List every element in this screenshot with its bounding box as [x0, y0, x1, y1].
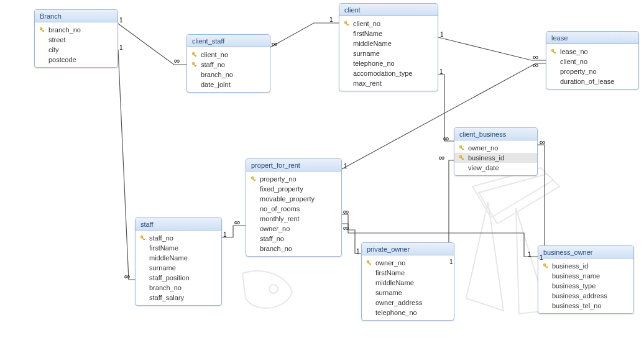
- column-row[interactable]: business_address: [538, 291, 633, 301]
- column-row[interactable]: property_no: [546, 66, 638, 76]
- column-row[interactable]: middleName: [136, 253, 221, 263]
- key-icon: [343, 21, 351, 27]
- column-row[interactable]: owner_no: [246, 224, 341, 234]
- column-name: surname: [149, 263, 176, 272]
- column-row[interactable]: property_no: [246, 174, 341, 184]
- column-row[interactable]: middleName: [362, 278, 454, 288]
- column-name: business_id: [468, 153, 504, 162]
- cardinality-many: ∞: [174, 58, 180, 64]
- column-row[interactable]: client_no: [546, 57, 638, 66]
- column-row[interactable]: surname: [136, 263, 221, 273]
- column-name: branch_no: [48, 25, 81, 34]
- entity-private_owner[interactable]: private_ownerowner_nofirstNamemiddleName…: [361, 242, 454, 321]
- column-row[interactable]: branch_no: [187, 70, 270, 80]
- entity-propert_for_rent[interactable]: propert_for_rentproperty_nofixed_propert…: [246, 158, 342, 257]
- entity-title: client: [339, 4, 438, 16]
- svg-rect-24: [254, 180, 255, 181]
- column-row[interactable]: business_type: [538, 281, 633, 291]
- relationship-line: [270, 23, 339, 47]
- svg-rect-30: [370, 263, 371, 265]
- column-row[interactable]: business_tel_no: [538, 301, 633, 311]
- cardinality-one: 1: [344, 163, 347, 170]
- column-row[interactable]: branch_no: [35, 25, 117, 35]
- column-name: branch_no: [201, 70, 233, 79]
- column-name: business_name: [552, 272, 600, 280]
- column-row[interactable]: firstName: [339, 29, 438, 39]
- column-row[interactable]: postcode: [35, 55, 117, 65]
- column-row[interactable]: branch_no: [246, 244, 341, 254]
- column-row[interactable]: owner_no: [454, 143, 537, 153]
- column-name: staff_salary: [149, 293, 184, 302]
- column-row[interactable]: firstName: [362, 268, 454, 278]
- column-row[interactable]: lease_no: [546, 47, 638, 57]
- entity-title: business_owner: [538, 246, 633, 258]
- key-icon: [458, 155, 466, 161]
- column-row[interactable]: street: [35, 35, 117, 45]
- column-row[interactable]: business_id: [538, 261, 633, 271]
- svg-rect-6: [195, 55, 196, 57]
- entity-staff[interactable]: staffstaff_nofirstNamemiddleNamesurnames…: [135, 217, 222, 306]
- column-row[interactable]: surname: [362, 288, 454, 298]
- cardinality-many: ∞: [540, 139, 545, 145]
- column-row[interactable]: date_joint: [187, 80, 270, 89]
- column-row[interactable]: staff_position: [136, 273, 221, 283]
- column-row[interactable]: business_name: [538, 271, 633, 281]
- column-row[interactable]: view_date: [454, 163, 537, 173]
- column-row[interactable]: staff_no: [136, 233, 221, 243]
- column-row[interactable]: telephone_no: [339, 58, 438, 68]
- entity-body: staff_nofirstNamemiddleNamesurnamestaff_…: [136, 231, 221, 305]
- column-row[interactable]: max_rent: [339, 78, 438, 88]
- entity-client_business[interactable]: client_businessowner_nobusiness_idview_d…: [454, 127, 538, 176]
- column-name: property_no: [560, 67, 597, 76]
- column-name: surname: [375, 288, 402, 297]
- column-row[interactable]: duration_of_lease: [546, 76, 638, 86]
- cardinality-many: ∞: [533, 54, 538, 60]
- relationship-line: [438, 37, 546, 60]
- entity-client[interactable]: clientclient_nofirstNamemiddleNamesurnam…: [339, 3, 438, 91]
- entity-branch[interactable]: Branchbranch_nostreetcitypostcode: [34, 9, 118, 68]
- entity-body: lease_noclient_noproperty_noduration_of_…: [546, 44, 638, 89]
- relationship-line: [538, 145, 545, 260]
- column-row[interactable]: accomodation_type: [339, 68, 438, 78]
- column-name: staff_no: [260, 234, 284, 243]
- column-name: lease_no: [560, 47, 588, 56]
- key-icon: [191, 62, 198, 68]
- column-row[interactable]: city: [35, 45, 117, 55]
- column-name: staff_position: [149, 273, 190, 282]
- column-name: business_tel_no: [552, 301, 602, 310]
- key-icon: [39, 27, 46, 33]
- column-row[interactable]: owner_address: [362, 298, 454, 308]
- column-row[interactable]: firstName: [136, 243, 221, 253]
- column-name: duration_of_lease: [560, 77, 614, 86]
- column-row[interactable]: client_no: [339, 19, 438, 29]
- entity-business_owner[interactable]: business_ownerbusiness_idbusiness_namebu…: [538, 245, 634, 314]
- svg-rect-18: [462, 149, 464, 150]
- column-name: business_type: [552, 281, 596, 290]
- cardinality-one: 1: [223, 231, 227, 238]
- column-row[interactable]: movable_property: [246, 194, 341, 204]
- column-row[interactable]: no_of_rooms: [246, 204, 341, 214]
- key-icon: [550, 48, 558, 55]
- column-row[interactable]: client_no: [187, 50, 270, 60]
- column-row[interactable]: telephone_no: [362, 308, 454, 318]
- column-row[interactable]: branch_no: [136, 283, 221, 293]
- column-row[interactable]: fixed_property: [246, 184, 341, 194]
- column-row[interactable]: staff_no: [246, 234, 341, 244]
- column-row[interactable]: business_id: [454, 153, 537, 163]
- svg-rect-15: [554, 52, 556, 53]
- column-row[interactable]: monthly_rent: [246, 214, 341, 224]
- column-row[interactable]: staff_salary: [136, 293, 221, 303]
- svg-rect-21: [462, 158, 464, 160]
- column-row[interactable]: staff_no: [187, 60, 270, 70]
- entity-client_staff[interactable]: client_staffclient_nostaff_nobranch_noda…: [186, 34, 270, 93]
- cardinality-many: ∞: [124, 273, 130, 280]
- column-name: branch_no: [149, 283, 182, 292]
- column-name: postcode: [48, 55, 76, 64]
- column-row[interactable]: owner_no: [362, 258, 454, 268]
- entity-body: owner_nobusiness_idview_date: [454, 140, 537, 175]
- entity-lease[interactable]: leaselease_noclient_noproperty_noduratio…: [546, 31, 639, 89]
- column-row[interactable]: middleName: [339, 39, 438, 48]
- cardinality-one: 1: [119, 17, 123, 24]
- column-name: staff_no: [201, 60, 225, 69]
- column-row[interactable]: surname: [339, 48, 438, 58]
